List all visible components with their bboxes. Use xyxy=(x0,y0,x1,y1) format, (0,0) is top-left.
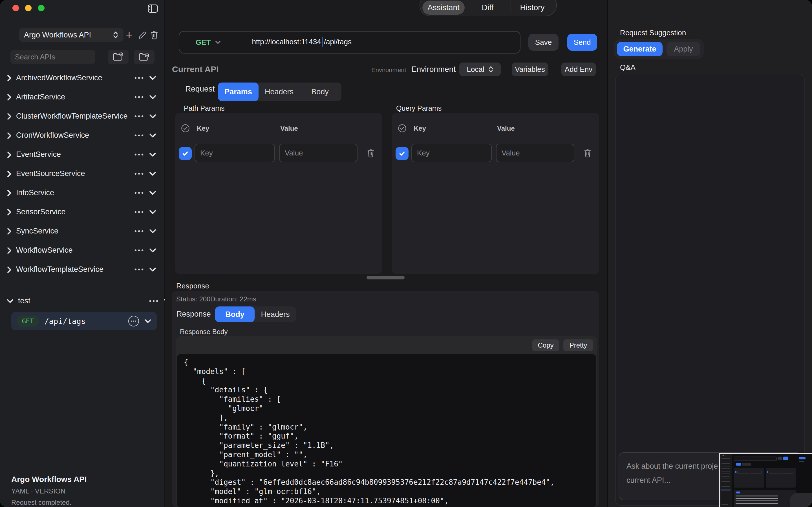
more-options-icon[interactable]: ••• xyxy=(149,297,159,305)
url-input[interactable]: http://localhost:11434/api/tags xyxy=(252,37,352,47)
value-input[interactable] xyxy=(496,144,574,162)
save-button[interactable]: Save xyxy=(528,34,559,51)
more-options-icon[interactable]: ••• xyxy=(135,151,145,159)
select-all-icon[interactable] xyxy=(181,124,190,133)
key-input[interactable] xyxy=(195,144,275,162)
chevron-down-icon[interactable] xyxy=(149,267,156,272)
response-body-title: Response Body xyxy=(180,328,227,336)
service-row[interactable]: ArchivedWorkflowService ••• xyxy=(0,68,164,88)
row-checkbox[interactable] xyxy=(179,147,192,160)
tab-diff[interactable]: Diff xyxy=(465,1,511,15)
select-all-icon[interactable] xyxy=(398,124,407,133)
request-bar: GET http://localhost:11434/api/tags xyxy=(179,31,520,54)
path-params-title: Path Params xyxy=(184,104,225,112)
more-options-icon[interactable]: ••• xyxy=(135,266,145,274)
more-options-icon[interactable]: ••• xyxy=(135,209,145,216)
chevron-down-icon[interactable] xyxy=(149,229,156,233)
method-select[interactable]: GET xyxy=(196,38,221,47)
traffic-light-close[interactable] xyxy=(12,5,19,11)
service-row[interactable]: ArtifactService ••• xyxy=(0,88,164,107)
service-row[interactable]: EventService ••• xyxy=(0,145,164,164)
chevron-down-icon[interactable] xyxy=(149,191,156,195)
more-options-icon[interactable]: ••• xyxy=(135,132,145,139)
service-row[interactable]: SyncService ••• xyxy=(0,222,164,241)
chevron-down-icon[interactable] xyxy=(149,152,156,157)
tab-assistant[interactable]: Assistant xyxy=(422,1,465,15)
thumb-params-pill xyxy=(736,463,741,466)
sidebar-toggle-button[interactable] xyxy=(147,3,159,13)
pretty-button[interactable]: Pretty xyxy=(563,339,593,351)
chevron-right-icon xyxy=(7,189,11,197)
value-input[interactable] xyxy=(279,144,357,162)
add-project-button[interactable]: + xyxy=(123,29,135,41)
delete-row-button[interactable] xyxy=(366,149,375,158)
chevron-down-icon[interactable] xyxy=(149,248,156,252)
new-folder-button[interactable] xyxy=(108,50,129,64)
project-selector[interactable]: Argo Workflows API xyxy=(19,28,123,42)
more-options-icon[interactable]: ••• xyxy=(135,170,145,178)
service-row[interactable]: WorkflowTemplateService ••• xyxy=(0,260,164,279)
service-list: ArchivedWorkflowService ••• ArtifactServ… xyxy=(0,68,164,279)
thumb-service-rows xyxy=(721,458,730,487)
service-row[interactable]: CronWorkflowService ••• xyxy=(0,126,164,145)
chevron-down-icon[interactable] xyxy=(145,319,151,323)
service-row[interactable]: InfoService ••• xyxy=(0,183,164,203)
environment-select[interactable]: Local xyxy=(459,62,501,76)
tab-params[interactable]: Params xyxy=(218,82,259,101)
chevron-down-icon[interactable] xyxy=(149,114,156,119)
tab-body[interactable]: Body xyxy=(300,82,340,101)
more-options-icon[interactable]: ••• xyxy=(135,74,145,82)
import-folder-button[interactable] xyxy=(134,50,154,64)
folder-plus-icon xyxy=(139,52,150,61)
tab-headers[interactable]: Headers xyxy=(259,82,300,101)
request-item[interactable]: GET /api/tags xyxy=(11,312,157,330)
response-body-panel: Copy Pretty { "models" : [ { "details" :… xyxy=(176,336,597,507)
more-circle-icon[interactable] xyxy=(128,316,139,327)
generate-button[interactable]: Generate xyxy=(617,42,663,56)
key-input[interactable] xyxy=(411,144,492,162)
key-column-header: Key xyxy=(197,124,209,132)
thumb-generate xyxy=(799,457,806,459)
apply-button[interactable]: Apply xyxy=(666,42,700,56)
more-options-icon[interactable]: ••• xyxy=(135,228,145,235)
chevron-down-icon[interactable] xyxy=(149,210,156,214)
delete-row-button[interactable] xyxy=(583,149,592,158)
environment-mini-label: Environment xyxy=(371,66,406,74)
service-label: SensorService xyxy=(16,208,130,217)
thumb-url-bar xyxy=(734,457,777,461)
edit-project-button[interactable] xyxy=(137,30,148,41)
folder-row-test[interactable]: test ••• xyxy=(0,291,179,311)
more-options-icon[interactable]: ••• xyxy=(135,94,145,101)
delete-project-button[interactable] xyxy=(149,29,160,41)
more-options-icon[interactable]: ••• xyxy=(135,189,145,197)
qa-panel xyxy=(615,74,805,506)
query-params-title: Query Params xyxy=(396,104,442,112)
chevron-right-icon xyxy=(7,228,11,235)
service-row[interactable]: ClusterWorkflowTemplateService ••• xyxy=(0,107,164,126)
tab-history[interactable]: History xyxy=(511,1,553,15)
more-options-icon[interactable]: ••• xyxy=(135,113,145,120)
response-body-code[interactable]: { "models" : [ { "details" : { "families… xyxy=(177,354,596,507)
chevron-down-icon[interactable] xyxy=(149,133,156,138)
more-options-icon[interactable]: ••• xyxy=(135,247,145,255)
service-row[interactable]: EventSourceService ••• xyxy=(0,164,164,183)
traffic-light-minimize[interactable] xyxy=(25,5,32,11)
search-input[interactable] xyxy=(10,50,95,64)
service-row[interactable]: WorkflowService ••• xyxy=(0,241,164,260)
chevron-down-icon[interactable] xyxy=(149,172,156,176)
send-button[interactable]: Send xyxy=(567,34,597,51)
copy-button[interactable]: Copy xyxy=(532,339,559,351)
service-row[interactable]: SensorService ••• xyxy=(0,203,164,222)
chevron-down-icon[interactable] xyxy=(149,76,156,80)
method-label: GET xyxy=(196,38,211,47)
splitter-handle[interactable] xyxy=(366,276,405,279)
add-env-button[interactable]: Add Env xyxy=(561,62,596,76)
tab-response-headers[interactable]: Headers xyxy=(255,306,296,322)
service-label: InfoService xyxy=(16,188,130,198)
chevron-down-icon[interactable] xyxy=(149,95,156,100)
variables-button[interactable]: Variables xyxy=(512,62,548,76)
traffic-light-zoom[interactable] xyxy=(38,5,45,11)
environment-label: Environment xyxy=(411,65,456,74)
tab-response-body[interactable]: Body xyxy=(215,306,255,322)
row-checkbox[interactable] xyxy=(396,147,409,160)
